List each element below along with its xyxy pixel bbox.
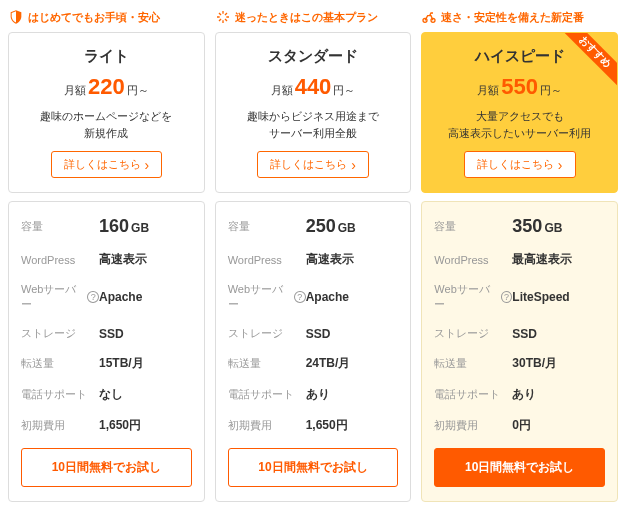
spec-capacity: 容量350GB xyxy=(434,216,605,237)
recommended-ribbon: おすすめ xyxy=(561,33,617,89)
plan-price: 月額440円～ xyxy=(228,74,399,100)
trial-button[interactable]: 10日間無料でお試し xyxy=(21,448,192,487)
plan-specs: 容量350GB WordPress最高速表示 Webサーバー?LiteSpeed… xyxy=(421,201,618,502)
plan-standard: 迷ったときはこの基本プラン スタンダード 月額440円～ 趣味からビジネス用途ま… xyxy=(215,8,412,502)
spec-wordpress: WordPress高速表示 xyxy=(21,251,192,268)
plan-name: スタンダード xyxy=(228,47,399,66)
sparkle-icon xyxy=(215,9,231,25)
plan-description: 趣味からビジネス用途までサーバー利用全般 xyxy=(228,108,399,141)
plan-highspeed: 速さ・安定性を備えた新定番 おすすめ ハイスピード 月額550円～ 大量アクセス… xyxy=(421,8,618,502)
spec-webserver: Webサーバー?LiteSpeed xyxy=(434,282,605,312)
help-icon[interactable]: ? xyxy=(87,291,99,303)
plan-name: ライト xyxy=(21,47,192,66)
plan-tagline: 迷ったときはこの基本プラン xyxy=(215,8,412,26)
shield-icon xyxy=(8,9,24,25)
spec-wordpress: WordPress高速表示 xyxy=(228,251,399,268)
plan-card: スタンダード 月額440円～ 趣味からビジネス用途までサーバー利用全般 詳しくは… xyxy=(215,32,412,193)
spec-phone-support: 電話サポートなし xyxy=(21,386,192,403)
trial-button[interactable]: 10日間無料でお試し xyxy=(434,448,605,487)
plan-price: 月額220円～ xyxy=(21,74,192,100)
trial-button[interactable]: 10日間無料でお試し xyxy=(228,448,399,487)
plan-description: 大量アクセスでも高速表示したいサーバー利用 xyxy=(434,108,605,141)
more-details-button[interactable]: 詳しくはこちら xyxy=(51,151,163,178)
plan-tagline: はじめてでもお手頃・安心 xyxy=(8,8,205,26)
spec-phone-support: 電話サポートあり xyxy=(434,386,605,403)
spec-transfer: 転送量30TB/月 xyxy=(434,355,605,372)
spec-webserver: Webサーバー?Apache xyxy=(228,282,399,312)
more-details-button[interactable]: 詳しくはこちら xyxy=(464,151,576,178)
plan-tagline: 速さ・安定性を備えた新定番 xyxy=(421,8,618,26)
spec-initial-cost: 初期費用1,650円 xyxy=(21,417,192,434)
plan-lite: はじめてでもお手頃・安心 ライト 月額220円～ 趣味のホームページなどを新規作… xyxy=(8,8,205,502)
plan-specs: 容量160GB WordPress高速表示 Webサーバー?Apache ストレ… xyxy=(8,201,205,502)
spec-storage: ストレージSSD xyxy=(21,326,192,341)
motorcycle-icon xyxy=(421,9,437,25)
plan-description: 趣味のホームページなどを新規作成 xyxy=(21,108,192,141)
spec-transfer: 転送量24TB/月 xyxy=(228,355,399,372)
spec-transfer: 転送量15TB/月 xyxy=(21,355,192,372)
plan-card: ライト 月額220円～ 趣味のホームページなどを新規作成 詳しくはこちら xyxy=(8,32,205,193)
spec-storage: ストレージSSD xyxy=(228,326,399,341)
more-details-button[interactable]: 詳しくはこちら xyxy=(257,151,369,178)
pricing-plans: はじめてでもお手頃・安心 ライト 月額220円～ 趣味のホームページなどを新規作… xyxy=(8,8,618,502)
help-icon[interactable]: ? xyxy=(501,291,513,303)
help-icon[interactable]: ? xyxy=(294,291,306,303)
spec-storage: ストレージSSD xyxy=(434,326,605,341)
spec-phone-support: 電話サポートあり xyxy=(228,386,399,403)
spec-initial-cost: 初期費用1,650円 xyxy=(228,417,399,434)
spec-capacity: 容量250GB xyxy=(228,216,399,237)
spec-capacity: 容量160GB xyxy=(21,216,192,237)
plan-card: おすすめ ハイスピード 月額550円～ 大量アクセスでも高速表示したいサーバー利… xyxy=(421,32,618,193)
spec-webserver: Webサーバー?Apache xyxy=(21,282,192,312)
spec-initial-cost: 初期費用0円 xyxy=(434,417,605,434)
plan-specs: 容量250GB WordPress高速表示 Webサーバー?Apache ストレ… xyxy=(215,201,412,502)
spec-wordpress: WordPress最高速表示 xyxy=(434,251,605,268)
